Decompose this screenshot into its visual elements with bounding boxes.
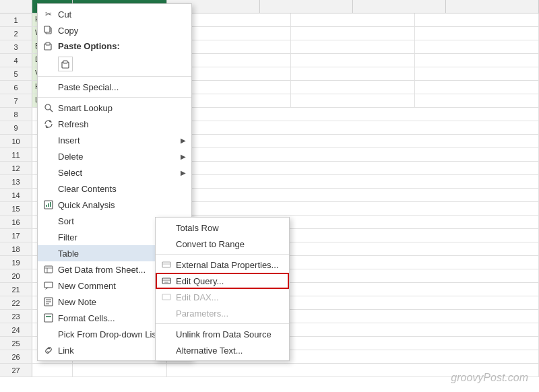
- menu-item-delete[interactable]: Delete ▶: [38, 148, 191, 164]
- separator-2: [38, 97, 191, 98]
- menu-item-paste-special[interactable]: Paste Special...: [38, 79, 191, 95]
- separator-1: [38, 76, 191, 77]
- smart-lookup-icon: [43, 102, 54, 113]
- link-label: Link: [58, 346, 74, 356]
- menu-item-insert[interactable]: Insert ▶: [38, 132, 191, 148]
- submenu-item-edit-query[interactable]: Edit Query...: [156, 273, 289, 289]
- get-data-label: Get Data from Sheet...: [58, 265, 146, 275]
- cut-label: Cut: [58, 9, 71, 20]
- copy-label: Copy: [58, 26, 78, 36]
- pick-dropdown-label: Pick From Drop-down List...: [58, 329, 166, 339]
- edit-query-icon: [161, 275, 172, 286]
- svg-rect-5: [63, 61, 67, 63]
- link-icon: [43, 345, 54, 356]
- edit-query-label: Edit Query...: [176, 276, 224, 286]
- refresh-icon: [43, 119, 54, 129]
- table-submenu: Totals Row Convert to Range External Dat…: [155, 217, 290, 361]
- new-comment-label: New Comment: [58, 281, 116, 291]
- row-num-header: [0, 0, 32, 13]
- col-header-6[interactable]: [446, 0, 539, 13]
- quick-analysis-icon: [43, 199, 54, 210]
- sort-label: Sort: [58, 216, 74, 226]
- edit-dax-label: Edit DAX...: [176, 292, 219, 302]
- format-cells-label: Format Cells...: [58, 313, 115, 323]
- submenu-item-edit-dax[interactable]: Edit DAX...: [156, 289, 289, 305]
- svg-rect-15: [44, 282, 53, 288]
- submenu-item-totals-row[interactable]: Totals Row: [156, 220, 289, 236]
- smart-lookup-label: Smart Lookup: [58, 103, 113, 113]
- paste-options-label: Paste Options:: [38, 38, 191, 54]
- submenu-item-external-data[interactable]: External Data Properties...: [156, 257, 289, 273]
- get-data-icon: [43, 264, 54, 275]
- paste-icon-row[interactable]: [38, 54, 191, 74]
- col-header-5[interactable]: [353, 0, 446, 13]
- cut-icon: ✂: [43, 9, 54, 20]
- select-label: Select: [58, 168, 82, 178]
- submenu-item-unlink[interactable]: Unlink from Data Source: [156, 326, 289, 342]
- submenu-separator-1: [156, 254, 289, 255]
- delete-label: Delete: [58, 152, 84, 162]
- new-comment-icon: [43, 280, 54, 291]
- insert-arrow: ▶: [181, 137, 186, 144]
- submenu-item-alternative-text[interactable]: Alternative Text...: [156, 342, 289, 358]
- watermark: groovyPost.com: [451, 372, 528, 384]
- submenu-item-convert-range[interactable]: Convert to Range: [156, 236, 289, 252]
- unlink-label: Unlink from Data Source: [176, 329, 272, 339]
- alternative-text-label: Alternative Text...: [176, 346, 243, 356]
- table-label: Table: [58, 249, 79, 259]
- submenu-item-parameters[interactable]: Parameters...: [156, 305, 289, 321]
- clear-contents-label: Clear Contents: [58, 184, 117, 194]
- external-data-label: External Data Properties...: [176, 260, 278, 270]
- filter-label: Filter: [58, 232, 77, 242]
- col-header-4[interactable]: [260, 0, 353, 13]
- refresh-label: Refresh: [58, 119, 89, 129]
- new-note-icon: [43, 296, 54, 307]
- menu-item-cut[interactable]: ✂ Cut: [38, 6, 191, 22]
- svg-rect-12: [44, 266, 53, 273]
- insert-label: Insert: [58, 135, 80, 145]
- menu-item-clear-contents[interactable]: Clear Contents: [38, 181, 191, 197]
- svg-rect-21: [44, 314, 53, 322]
- edit-dax-icon: [161, 292, 172, 302]
- svg-rect-23: [162, 262, 170, 267]
- svg-point-6: [45, 104, 51, 110]
- paste-icon: [58, 57, 73, 71]
- select-arrow: ▶: [181, 169, 186, 176]
- paste-special-label: Paste Special...: [58, 82, 119, 92]
- menu-item-refresh[interactable]: Refresh: [38, 116, 191, 132]
- menu-item-copy[interactable]: Copy: [38, 22, 191, 38]
- delete-arrow: ▶: [181, 153, 186, 160]
- copy-icon: [43, 25, 54, 36]
- menu-item-smart-lookup[interactable]: Smart Lookup: [38, 100, 191, 116]
- svg-rect-25: [162, 278, 170, 284]
- svg-line-7: [50, 109, 53, 112]
- quick-analysis-label: Quick Analysis: [58, 200, 115, 210]
- submenu-separator-2: [156, 323, 289, 324]
- convert-range-label: Convert to Range: [176, 239, 245, 249]
- parameters-label: Parameters...: [176, 308, 228, 319]
- svg-rect-3: [46, 42, 50, 45]
- svg-rect-1: [44, 26, 50, 32]
- svg-rect-28: [162, 294, 170, 300]
- menu-item-select[interactable]: Select ▶: [38, 164, 191, 181]
- menu-item-quick-analysis[interactable]: Quick Analysis: [38, 197, 191, 213]
- format-cells-icon: [43, 313, 54, 323]
- new-note-label: New Note: [58, 297, 96, 307]
- totals-row-label: Totals Row: [176, 223, 219, 233]
- external-data-icon: [161, 259, 172, 270]
